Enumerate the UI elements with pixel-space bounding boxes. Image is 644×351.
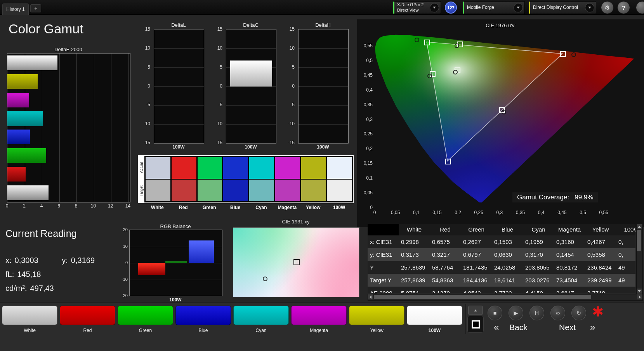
table-cell: 0,5358 [585,248,616,261]
swatch-label: Yellow [300,205,326,210]
chevron-down-icon[interactable] [514,3,523,12]
mini-plot [298,29,349,144]
axis-tick-label: -10 [144,121,150,126]
column-header: White [399,224,430,235]
chevron-down-icon[interactable] [585,3,594,12]
deltae-bar-row [7,165,130,183]
histogram-button[interactable]: H [529,306,544,320]
x-axis-label: 100W [298,144,348,150]
infinity-button[interactable]: ∞ [550,306,565,320]
pattern-swatch [407,306,462,325]
table-cell: 80,8172 [554,261,585,274]
measured-marker [293,259,300,265]
next-chevron-icon[interactable]: » [590,322,595,333]
refresh-button[interactable]: ↻ [571,306,586,320]
window-icon [472,320,480,329]
deltae-bar-white [7,55,57,70]
axis-tick-label: 0,5 [580,210,586,215]
add-tab-button[interactable]: + [30,4,41,12]
back-chevron-icon[interactable]: « [494,322,499,333]
axis-tick-label: 0,2 [358,146,373,151]
vertical-scrollbar[interactable] [636,224,643,294]
scroll-left-button[interactable] [368,294,373,299]
table-cell: 4,4150 [523,287,554,293]
gamut-coverage-label: Gamut Coverage: [517,194,569,201]
rgb-plot [129,230,222,296]
axis-tick-label: -15 [288,140,295,145]
chart-title: DeltaH [298,22,348,28]
workflow-dropdown[interactable]: Mobile Forge [463,1,525,14]
axis-tick-label: -5 [146,102,150,107]
overflow-button[interactable] [636,1,644,14]
settings-button[interactable]: ⚙ [601,1,614,14]
deltah-chart: DeltaH 151050-5-10-15 100W [282,22,351,151]
swatch-frame: Actual Target [138,155,354,203]
row-label: ΔE 2000 [368,287,399,293]
axis-tick-label: 0 [292,83,295,89]
gamut-coverage-readout: Gamut Coverage:99,9% [512,192,598,202]
pattern-button-white[interactable]: White [1,306,59,333]
swatch-actual-blue [223,157,248,179]
fl-readout: fL:145,18 [5,270,41,279]
swatch-target-cyan [249,180,274,201]
axis-tick-label: 20 [123,227,128,232]
pattern-window-up-button[interactable] [468,306,483,315]
swatch-actual-magenta [275,157,300,179]
pattern-button-green[interactable]: Green [116,306,174,333]
chart-title: CIE 1931 xy [232,219,359,225]
axis-tick-label: 0,25 [474,210,483,215]
row-label: Y [368,261,399,274]
gridline [299,124,348,124]
scroll-down-button[interactable] [637,289,642,294]
scroll-up-button[interactable] [637,224,642,229]
axis-tick-label: 0,35 [358,102,373,107]
swatch-target-green [198,180,222,201]
deltae-bar-row [7,91,130,109]
next-button[interactable]: Next [559,323,576,332]
pattern-button-cyan[interactable]: Cyan [232,306,290,333]
scrollbar-thumb[interactable] [637,230,641,251]
play-icon: ▶ [514,310,518,316]
horizontal-scrollbar[interactable] [368,294,643,301]
swatch-label: Cyan [248,205,274,210]
play-button[interactable]: ▶ [509,306,523,320]
y-axis-labels: 151050-5-10-15 [138,29,152,143]
chevron-down-icon[interactable] [430,3,439,12]
table-cell: 0, [616,235,635,248]
pattern-button-red[interactable]: Red [59,306,116,333]
scroll-right-button[interactable] [637,294,642,299]
pattern-swatch [2,306,57,325]
history-tab[interactable]: History 1 [2,3,29,15]
deltae-bar-magenta [7,93,29,107]
table-cell: 0,1454 [554,248,585,261]
pattern-button-yellow[interactable]: Yellow [348,306,406,333]
pattern-window-button[interactable] [467,316,484,333]
meter-dropdown[interactable]: X-Rite i1Pro 2 Direct View [393,1,441,14]
target-marker-white [453,70,458,74]
deltae2000-chart: DeltaE 2000 02468101214 [6,47,131,211]
deltae-bar-row [7,54,130,72]
rgb-bar-green [165,261,187,263]
back-button[interactable]: Back [509,323,528,332]
calibration-star-icon[interactable]: ✱ [588,303,607,321]
gridline [226,124,276,124]
table-cell: 49 [616,274,635,287]
titlebar: History 1 + X-Rite i1Pro 2 Direct View 1… [0,0,644,15]
display-control-dropdown[interactable]: Direct Display Control [529,1,596,14]
pattern-button-blue[interactable]: Blue [174,306,232,333]
swatch-label: Red [170,205,196,210]
swatch-column [327,157,352,201]
stop-button[interactable]: ■ [488,306,502,320]
scrollbar-thumb[interactable] [374,295,591,299]
swatch-actual-100w [327,157,352,179]
pattern-button-magenta[interactable]: Magenta [290,306,348,333]
transport-cluster: ■▶H∞↻ [488,306,586,320]
refresh-icon: ↻ [576,310,581,316]
row-label: y: CIE31 [368,248,399,261]
stop-icon: ■ [493,310,496,316]
axis-tick-label: 12 [108,203,113,209]
pattern-button-100w[interactable]: 100W [406,306,463,333]
deltac-chart: DeltaC 151050-5-10-15 100W [210,22,278,151]
axis-tick-label: 10 [145,45,150,51]
help-button[interactable]: ? [617,1,630,14]
